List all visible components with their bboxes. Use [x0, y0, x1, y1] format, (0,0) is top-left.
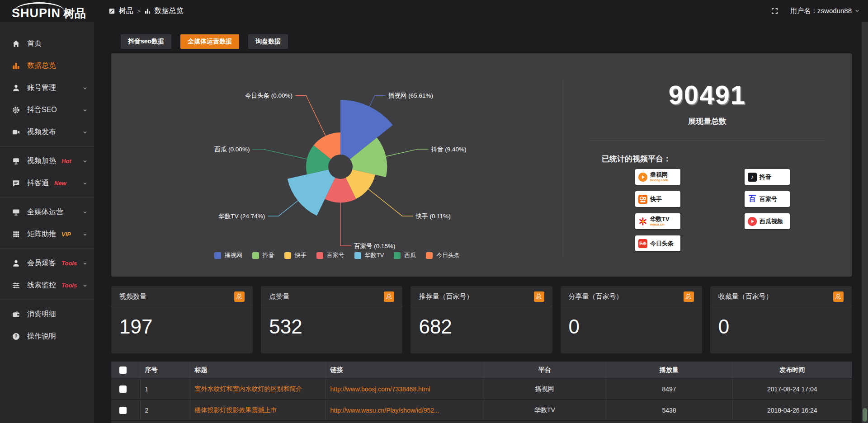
chevron-down-icon[interactable]	[82, 261, 88, 266]
breadcrumb-home[interactable]: 树品	[119, 6, 133, 16]
chevron-down-icon[interactable]	[82, 283, 88, 288]
sidebar-item-badge: Tools	[61, 282, 77, 289]
legend-item-百家号[interactable]: 百家号	[316, 251, 344, 259]
sidebar-item-抖音SEO[interactable]: 抖音SEO	[0, 99, 94, 121]
sidebar-item-label: 抖客通	[27, 179, 49, 188]
video-url-link[interactable]: http://www.wasu.cn/Play/show/id/952...	[330, 407, 439, 414]
row-plays: 5438	[606, 400, 732, 420]
boosj-logo	[638, 173, 647, 182]
legend-label: 西瓜	[404, 251, 416, 259]
table-row: 2楼体投影灯投影效果震撼上市http://www.wasu.cn/Play/sh…	[111, 400, 852, 420]
impressions-total-value: 90491	[563, 80, 852, 110]
logo-arc-decoration	[14, 2, 64, 11]
bar-chart-icon	[12, 61, 20, 70]
platform-name: 抖音	[760, 174, 771, 180]
sidebar-item-label: 视频发布	[27, 127, 56, 137]
sidebar-divider	[0, 197, 94, 198]
chevron-down-icon[interactable]	[82, 85, 88, 91]
tab-抖音seo数据[interactable]: 抖音seo数据	[121, 34, 171, 49]
legend-item-快手[interactable]: 快手	[284, 251, 307, 259]
platform-logo-grid: 播视网boosj.com♪抖音快手百百家号华数TVwasu.cn西瓜视频头条今日…	[635, 169, 790, 251]
sidebar-item-视频加热[interactable]: 视频加热Hot	[0, 150, 94, 172]
sidebar-item-矩阵助推[interactable]: 矩阵助推VIP	[0, 223, 94, 245]
wallet-icon	[12, 310, 20, 319]
legend-item-抖音[interactable]: 抖音	[252, 251, 274, 259]
sidebar-item-视频发布[interactable]: 视频发布	[0, 121, 94, 143]
stat-card-header: 收藏量（百家号）总	[710, 286, 852, 307]
kuaishou-logo	[638, 195, 647, 204]
sidebar-item-全媒体运营[interactable]: 全媒体运营	[0, 201, 94, 223]
chevron-down-icon[interactable]	[82, 108, 88, 113]
label-line-百家号	[340, 202, 351, 246]
question-icon: ?	[12, 332, 20, 341]
video-title-link[interactable]: 楼体投影灯投影效果震撼上市	[195, 406, 277, 414]
sidebar-item-数据总览[interactable]: 数据总览	[0, 55, 94, 77]
tab-全媒体运营数据[interactable]: 全媒体运营数据	[180, 34, 239, 49]
label-line-华数TV	[268, 201, 298, 216]
page-scrollbar-track[interactable]	[862, 22, 868, 423]
sidebar-item-抖客通[interactable]: 抖客通New	[0, 172, 94, 194]
fullscreen-icon[interactable]	[771, 7, 778, 15]
stat-card-header: 点赞量总	[261, 286, 402, 307]
row-time: 2017-08-24 17:04	[732, 379, 852, 400]
legend-label: 今日头条	[436, 251, 460, 259]
stat-card-label: 点赞量	[269, 292, 384, 301]
platform-name: 快手	[650, 196, 662, 202]
topbar: SHUPIN 树品 树品 > 数据总览 用户名：zswodun88	[0, 0, 868, 22]
sidebar-item-账号管理[interactable]: 账号管理	[0, 77, 94, 99]
label-line-抖音	[386, 149, 429, 156]
chevron-down-icon[interactable]	[82, 232, 88, 237]
header-title: 标题	[190, 362, 326, 379]
platform-subtext: wasu.cn	[650, 223, 670, 226]
legend-item-播视网[interactable]: 播视网	[214, 251, 242, 259]
user-menu[interactable]: 用户名：zswodun88	[790, 7, 860, 15]
video-url-link[interactable]: http://www.boosj.com/7338468.html	[330, 385, 430, 393]
sidebar-item-label: 首页	[27, 39, 42, 48]
sidebar-item-操作说明[interactable]: ?操作说明	[0, 325, 94, 348]
platforms-title: 已统计的视频平台：	[602, 154, 671, 164]
row-platform: 播视网	[484, 379, 606, 400]
legend-swatch	[354, 252, 361, 259]
legend-swatch	[394, 252, 401, 259]
sliders-icon	[12, 281, 20, 290]
app-window-icon	[108, 8, 115, 14]
chevron-down-icon[interactable]	[82, 181, 88, 186]
table-header-row: 序号标题链接平台播放量发布时间	[111, 362, 852, 379]
total-badge: 总	[234, 291, 245, 302]
platform-name: 华数TV	[650, 216, 670, 222]
legend-item-西瓜[interactable]: 西瓜	[394, 251, 416, 259]
platform-name: 百家号	[760, 196, 777, 202]
row-checkbox[interactable]	[119, 385, 127, 393]
sidebar-item-label: 操作说明	[27, 332, 56, 341]
table-row: 1室外水纹灯和室内水纹灯的区别和简介http://www.boosj.com/7…	[111, 379, 852, 400]
row-checkbox-cell	[111, 400, 140, 420]
platform-badge-华数TV: 华数TVwasu.cn	[635, 213, 680, 229]
page-scrollbar-thumb[interactable]	[863, 408, 867, 422]
chevron-down-icon[interactable]	[82, 130, 88, 135]
stat-card-视频数量: 视频数量总197	[111, 286, 253, 353]
row-time: 2018-04-26 16:24	[732, 400, 852, 420]
sidebar-item-会员爆客[interactable]: 会员爆客Tools	[0, 252, 94, 274]
logo-text-cn: 树品	[63, 7, 86, 20]
platform-badge-抖音: ♪抖音	[745, 169, 790, 185]
row-checkbox[interactable]	[119, 407, 127, 414]
chevron-down-icon[interactable]	[82, 210, 88, 215]
chevron-down-icon[interactable]	[82, 159, 88, 164]
username-label: 用户名：zswodun88	[790, 7, 852, 15]
sidebar-item-label: 全媒体运营	[27, 207, 63, 217]
legend-item-今日头条[interactable]: 今日头条	[426, 251, 460, 259]
breadcrumb: 树品 > 数据总览	[108, 6, 184, 16]
videos-table: 序号标题链接平台播放量发布时间 1室外水纹灯和室内水纹灯的区别和简介http:/…	[111, 362, 852, 420]
legend-label: 华数TV	[365, 251, 384, 259]
video-title-link[interactable]: 室外水纹灯和室内水纹灯的区别和简介	[195, 385, 302, 392]
home-icon	[12, 39, 20, 48]
sidebar-item-消费明细[interactable]: 消费明细	[0, 303, 94, 325]
select-all-checkbox[interactable]	[119, 367, 127, 374]
baijiahao-logo: 百	[748, 195, 757, 204]
legend-swatch	[252, 252, 259, 259]
sidebar-item-首页[interactable]: 首页	[0, 33, 94, 55]
legend-item-华数TV[interactable]: 华数TV	[354, 251, 384, 259]
tab-询盘数据[interactable]: 询盘数据	[248, 34, 288, 49]
sidebar-item-线索监控[interactable]: 线索监控Tools	[0, 274, 94, 296]
header-plays: 播放量	[606, 362, 732, 379]
